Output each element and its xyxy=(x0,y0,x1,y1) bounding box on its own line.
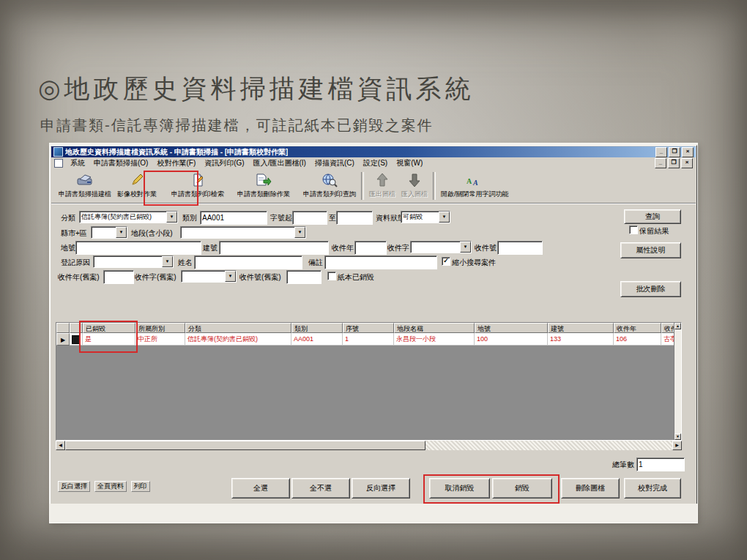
chevron-down-icon[interactable]: ▼ xyxy=(460,242,471,253)
note-label: 備註 xyxy=(308,258,323,268)
old-word-select[interactable]: ▼ xyxy=(181,270,237,283)
query-button[interactable]: 查詢 xyxy=(624,209,681,224)
delete-image-button[interactable]: 刪除圖檔 xyxy=(561,478,620,499)
application-screenshot: 地政歷史資料掃描建檔資訊系統 - 申請書類掃描 - [申請書類校對作業] _ ❒… xyxy=(50,143,697,523)
arrow-up-icon xyxy=(376,171,389,189)
toolbar-delete[interactable]: 申請書類刪除作業 xyxy=(234,171,293,201)
select-all-button[interactable]: 全選 xyxy=(231,478,290,499)
scroll-down-icon[interactable]: ▼ xyxy=(674,433,681,440)
number-from-input[interactable] xyxy=(292,211,327,225)
total-count-label: 總筆數 xyxy=(612,460,634,470)
number-to-input[interactable] xyxy=(336,211,373,225)
toolbar-common-words[interactable]: AA 開啟/關閉常用字詞功能 xyxy=(438,171,512,201)
pencil-icon xyxy=(130,171,144,189)
note-input[interactable] xyxy=(324,255,437,269)
grid-header-row: 已銷毀 所屬所別 分類 類別 序號 地段名稱 地號 建號 收件年 收件字 xyxy=(56,323,676,333)
grid-vertical-scrollbar[interactable]: ▲ ▼ xyxy=(674,323,681,440)
arrow-down-icon xyxy=(408,171,421,189)
chevron-down-icon[interactable]: ▼ xyxy=(225,271,236,282)
invert-selection-button[interactable]: 反向選擇 xyxy=(352,478,410,499)
old-year-input[interactable] xyxy=(103,270,134,284)
chevron-down-icon[interactable]: ▼ xyxy=(294,227,305,238)
recv-word-select[interactable]: ▼ xyxy=(410,241,472,253)
land-no-label: 地號 xyxy=(61,243,75,253)
minimize-button[interactable]: _ xyxy=(655,147,667,157)
section-select[interactable]: ▼ xyxy=(180,226,306,239)
cell-office: 中正所 xyxy=(135,333,185,346)
menu-system[interactable]: 系統 xyxy=(66,158,89,168)
window-titlebar[interactable]: 地政歷史資料掃描建檔資訊系統 - 申請書類掃描 - [申請書類校對作業] _ ❒… xyxy=(51,146,696,157)
type-label: 類別 xyxy=(182,213,197,223)
mdi-close-button[interactable]: × xyxy=(681,158,693,168)
paper-destroyed-checkbox[interactable] xyxy=(327,272,336,280)
scroll-left-icon[interactable]: ◀ xyxy=(56,441,65,450)
cell-land-no: 100 xyxy=(475,333,548,346)
narrow-search-checkbox[interactable]: ✓ xyxy=(442,257,450,266)
grid-header-office[interactable]: 所屬所別 xyxy=(135,323,185,333)
slide-subtitle: 申請書類-信託專簿掃描建檔，可註記紙本已銷毀之案件 xyxy=(40,116,434,135)
toolbar-import-image[interactable]: 匯入圖檔 xyxy=(398,171,431,201)
proof-complete-button[interactable]: 校對完成 xyxy=(624,478,681,499)
building-no-label: 建號 xyxy=(203,243,218,253)
chevron-down-icon[interactable]: ▼ xyxy=(439,212,450,223)
menu-scan-info[interactable]: 掃描資訊(C) xyxy=(311,158,359,168)
mdi-restore-button[interactable]: ❒ xyxy=(668,158,680,168)
grid-header-type[interactable]: 類別 xyxy=(291,323,343,333)
slide-title: ◎地政歷史資料掃描建檔資訊系統 xyxy=(38,72,475,106)
recv-year-input[interactable] xyxy=(354,241,387,255)
app-icon xyxy=(53,147,63,157)
row-selector[interactable]: ▶ xyxy=(56,333,70,346)
scrollbar-thumb[interactable] xyxy=(65,441,425,450)
batch-delete-button[interactable]: 批次刪除 xyxy=(620,281,681,297)
toolbar-separator xyxy=(433,172,436,200)
name-input[interactable] xyxy=(194,255,302,269)
menu-scan[interactable]: 申請書類掃描(O) xyxy=(89,158,152,168)
total-count-input[interactable] xyxy=(636,458,685,471)
presentation-slide: ◎地政歷史資料掃描建檔資訊系統 申請書類-信託專簿掃描建檔，可註記紙本已銷毀之案… xyxy=(0,0,747,560)
close-button[interactable]: × xyxy=(682,147,694,157)
toolbar-scan-create[interactable]: 申請書類掃描建檔 xyxy=(56,171,114,201)
restore-button[interactable]: ❒ xyxy=(669,147,680,157)
deselect-all-button[interactable]: 全不選 xyxy=(291,478,350,499)
recv-no-input[interactable] xyxy=(497,241,543,255)
scroll-up-icon[interactable]: ▲ xyxy=(674,323,681,329)
old-word-label: 收件字(舊案) xyxy=(135,272,176,283)
cell-category: 信託專簿(契約書已銷毀) xyxy=(185,333,291,346)
old-no-input[interactable] xyxy=(286,270,322,284)
attr-help-button[interactable]: 屬性說明 xyxy=(620,242,681,258)
chevron-down-icon[interactable]: ▼ xyxy=(162,256,173,267)
table-row[interactable]: ▶ 是 中正所 信託專簿(契約書已銷毀) AA001 1 永昌段一小段 100 … xyxy=(56,333,676,346)
status-chip-highlight-select: 反白選擇 xyxy=(58,481,90,492)
grid-corner-cell xyxy=(56,323,70,333)
grid-header-building-no[interactable]: 建號 xyxy=(548,323,614,333)
scroll-right-icon[interactable]: ▶ xyxy=(672,441,682,450)
menu-settings[interactable]: 設定(S) xyxy=(359,158,392,168)
grid-header-category[interactable]: 分類 xyxy=(185,323,291,333)
grid-header-seq[interactable]: 序號 xyxy=(343,323,394,333)
building-no-input[interactable] xyxy=(219,241,329,255)
mdi-minimize-button[interactable]: _ xyxy=(655,158,666,168)
grid-horizontal-scrollbar[interactable]: ◀ ▶ xyxy=(56,441,682,450)
land-no-input[interactable] xyxy=(75,241,201,255)
status-select[interactable]: 可銷毀▼ xyxy=(401,211,450,223)
reason-select[interactable]: ▼ xyxy=(93,255,174,268)
county-select[interactable]: ▼ xyxy=(91,226,127,239)
toolbar-export-image[interactable]: 匯出圖檔 xyxy=(366,171,398,201)
app-window: 地政歷史資料掃描建檔資訊系統 - 申請書類掃描 - [申請書類校對作業] _ ❒… xyxy=(50,145,697,505)
type-input[interactable] xyxy=(200,211,267,225)
menu-print[interactable]: 資訊列印(G) xyxy=(200,158,248,168)
keep-result-checkbox[interactable] xyxy=(629,225,638,234)
narrow-search-label: 縮小搜尋案件 xyxy=(452,258,496,268)
toolbar-print-query[interactable]: 申請書類列印查詢 xyxy=(300,171,359,201)
category-select[interactable]: 信託專簿(契約書已銷毀)▼ xyxy=(79,211,178,223)
chevron-down-icon[interactable]: ▼ xyxy=(166,212,177,223)
cell-building-no: 133 xyxy=(548,333,614,346)
menu-import-export[interactable]: 匯入/匯出圖檔(I) xyxy=(249,158,311,168)
status-chip-all-page-data: 全頁資料 xyxy=(94,481,127,492)
grid-header-section[interactable]: 地段名稱 xyxy=(394,323,475,333)
chevron-down-icon[interactable]: ▼ xyxy=(116,227,127,238)
menu-proof[interactable]: 校對作業(F) xyxy=(152,158,200,168)
menu-window[interactable]: 視窗(W) xyxy=(392,158,427,168)
grid-header-recv-year[interactable]: 收件年 xyxy=(614,323,661,333)
grid-header-land-no[interactable]: 地號 xyxy=(475,323,548,333)
